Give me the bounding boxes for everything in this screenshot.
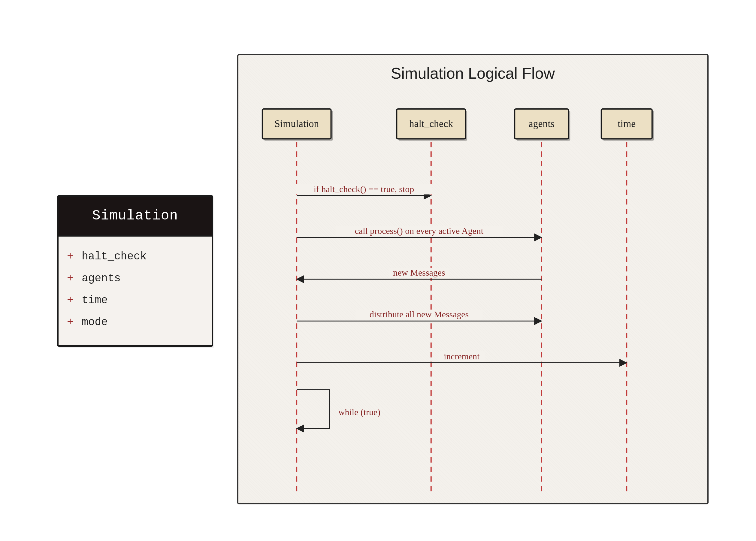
sequence-svg: Simulationhalt_checkagentstime if halt_c…	[238, 55, 707, 503]
participant-label-halt: halt_check	[409, 118, 453, 129]
message-label-4: increment	[444, 351, 480, 361]
participant-label-time: time	[618, 118, 636, 129]
self-loop-label: while (true)	[339, 407, 380, 417]
class-attr-agents: + agents	[67, 268, 203, 289]
participant-label-agents: agents	[529, 118, 554, 129]
message-label-1: call process() on every active Agent	[355, 226, 484, 236]
class-title: Simulation	[59, 197, 212, 237]
visibility-plus-icon: +	[67, 294, 74, 306]
visibility-plus-icon: +	[67, 272, 74, 284]
class-attr-name: halt_check	[82, 251, 147, 263]
sequence-diagram-panel: Simulation Logical Flow Simulationhalt_c…	[237, 54, 709, 504]
class-attr-mode: + mode	[67, 311, 203, 333]
visibility-plus-icon: +	[67, 251, 74, 263]
self-loop-arrow	[297, 390, 330, 428]
class-attributes: + halt_check+ agents+ time+ mode	[59, 237, 212, 345]
class-box-simulation: Simulation + halt_check+ agents+ time+ m…	[57, 195, 213, 347]
class-attr-time: + time	[67, 289, 203, 311]
class-attr-halt_check: + halt_check	[67, 246, 203, 268]
message-label-0: if halt_check() == true, stop	[314, 184, 414, 194]
message-label-2: new Messages	[393, 268, 445, 277]
class-attr-name: mode	[82, 316, 108, 328]
class-attr-name: agents	[82, 272, 121, 284]
visibility-plus-icon: +	[67, 316, 74, 328]
participant-label-sim: Simulation	[275, 118, 319, 129]
message-label-3: distribute all new Messages	[370, 309, 469, 319]
class-attr-name: time	[82, 294, 108, 306]
